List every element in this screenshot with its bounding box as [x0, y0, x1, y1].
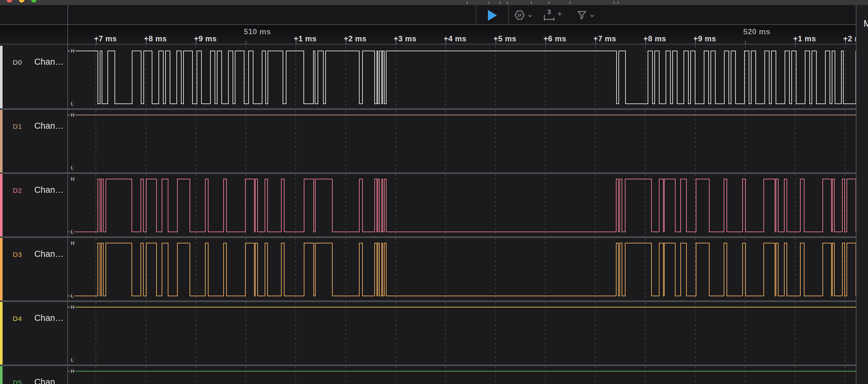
toolbar-separator	[476, 5, 476, 25]
time-label-minor: +8 ms	[144, 35, 167, 43]
channel-label-cell[interactable]: D5Chan…	[3, 366, 67, 384]
titlebar-text-fragment	[489, 1, 490, 4]
ruler-tick	[445, 41, 446, 44]
side-panel: M	[856, 5, 868, 384]
high-level-badge: H	[70, 176, 76, 182]
ruler-tick	[146, 41, 147, 44]
channel-color-strip	[0, 174, 3, 236]
channel-label-cell[interactable]: D0Chan…	[3, 46, 67, 108]
high-level-badge: H	[70, 304, 76, 310]
channel-row-d4[interactable]: D4Chan…HL	[0, 302, 868, 364]
minimize-button-icon[interactable]	[19, 0, 24, 3]
ruler-tick	[296, 41, 297, 44]
ruler-tick	[795, 41, 796, 44]
high-level-badge: H	[70, 240, 76, 246]
channel-label-cell[interactable]: D1Chan…	[3, 110, 67, 172]
side-panel-tab[interactable]: M	[864, 18, 868, 29]
channel-name-label: Chan…	[34, 121, 64, 131]
waveform-svg	[68, 366, 856, 384]
ruler-tick	[695, 41, 696, 44]
ruler-tick	[496, 41, 496, 44]
titlebar-text-fragment	[531, 1, 532, 4]
ruler-tick	[595, 41, 596, 44]
toolbar: 1F 3 +	[0, 5, 868, 25]
timeline-ruler[interactable]: +7 ms+8 ms+9 ms510 ms+1 ms+2 ms+3 ms+4 m…	[0, 25, 868, 44]
high-level-badge: H	[70, 112, 76, 117]
add-measurement-button[interactable]: +	[558, 9, 562, 18]
channel-id-label: D3	[13, 251, 22, 258]
channel-label-cell[interactable]: D2Chan…	[3, 174, 67, 236]
ruler-tick	[545, 41, 546, 44]
zoom-button-icon[interactable]	[31, 0, 37, 3]
low-level-badge: L	[70, 229, 75, 235]
waveform-svg	[68, 110, 856, 172]
channel-name-label: Chan…	[34, 185, 64, 195]
ruler-tick	[246, 41, 246, 44]
play-button[interactable]	[483, 8, 501, 23]
time-label-minor: +1 ms	[793, 35, 816, 43]
waveform-canvas[interactable]: HL	[68, 110, 856, 172]
svg-text:1F: 1F	[518, 13, 522, 18]
titlebar-text-fragment	[500, 1, 501, 4]
channel-row-d1[interactable]: D1Chan…HL	[0, 110, 868, 172]
digital-waveform-trace	[68, 179, 856, 232]
channel-row-d3[interactable]: D3Chan…HL	[0, 238, 868, 301]
ruler-tick	[396, 41, 396, 44]
digital-waveform-trace	[68, 51, 856, 104]
titlebar-text-fragment	[569, 1, 570, 4]
time-label-minor: +2 ms	[344, 35, 367, 43]
time-label-minor: +7 ms	[593, 35, 616, 43]
channel-name-label: Chan…	[34, 377, 64, 384]
time-label-minor: +3 ms	[394, 35, 416, 43]
time-label-major: 510 ms	[244, 28, 271, 36]
titlebar-text-fragment	[467, 1, 468, 4]
channel-label-cell[interactable]: D3Chan…	[3, 238, 67, 301]
channel-row-d5[interactable]: D5Chan…HL	[0, 366, 868, 384]
channel-row-d0[interactable]: D0Chan…HL	[0, 46, 868, 108]
channel-id-label: D2	[13, 187, 22, 195]
chevron-down-icon[interactable]	[590, 14, 594, 17]
channel-label-cell[interactable]: D4Chan…	[3, 302, 67, 364]
funnel-icon	[577, 10, 587, 20]
titlebar-text-fragment	[618, 1, 618, 4]
ruler-tick	[346, 41, 346, 44]
time-label-minor: +7 ms	[94, 35, 117, 43]
waveform-canvas[interactable]: HL	[68, 238, 856, 301]
waveform-svg	[68, 174, 856, 236]
channel-row-d2[interactable]: D2Chan…HL	[0, 174, 868, 236]
titlebar-text-fragment	[549, 1, 550, 4]
waveform-canvas[interactable]: HL	[68, 46, 856, 108]
close-button-icon[interactable]	[7, 0, 12, 3]
waveform-canvas[interactable]: HL	[68, 366, 856, 384]
ruler-span-icon	[544, 14, 555, 21]
ruler-tick	[96, 41, 97, 44]
panel-divider[interactable]	[67, 5, 68, 384]
low-level-badge: L	[70, 101, 75, 106]
time-label-minor: +8 ms	[644, 35, 666, 43]
time-label-minor: +6 ms	[544, 35, 566, 43]
time-label-minor: +4 ms	[444, 35, 466, 43]
channel-color-strip	[0, 110, 3, 172]
channel-id-label: D4	[13, 315, 22, 322]
time-label-minor: +1 ms	[294, 35, 317, 43]
ruler-tick	[196, 41, 196, 44]
channel-name-label: Chan…	[34, 57, 64, 67]
channel-color-strip	[0, 366, 3, 384]
time-label-minor: +9 ms	[194, 35, 217, 43]
toolbar-separator	[508, 5, 509, 25]
ruler-tick	[745, 41, 746, 44]
low-level-badge: L	[70, 293, 75, 299]
waveform-canvas[interactable]: HL	[68, 174, 856, 236]
channel-color-strip	[0, 46, 3, 108]
titlebar	[0, 0, 868, 5]
waveform-svg	[68, 46, 856, 108]
channel-id-label: D1	[13, 123, 22, 130]
ruler-tick	[845, 41, 846, 44]
digital-waveform-trace	[68, 243, 856, 296]
chevron-down-icon[interactable]	[528, 14, 532, 17]
titlebar-text-fragment	[614, 1, 615, 4]
time-label-minor: +5 ms	[494, 35, 517, 43]
waveform-canvas[interactable]: HL	[68, 302, 856, 364]
channel-color-strip	[0, 302, 3, 364]
play-icon	[488, 10, 497, 21]
